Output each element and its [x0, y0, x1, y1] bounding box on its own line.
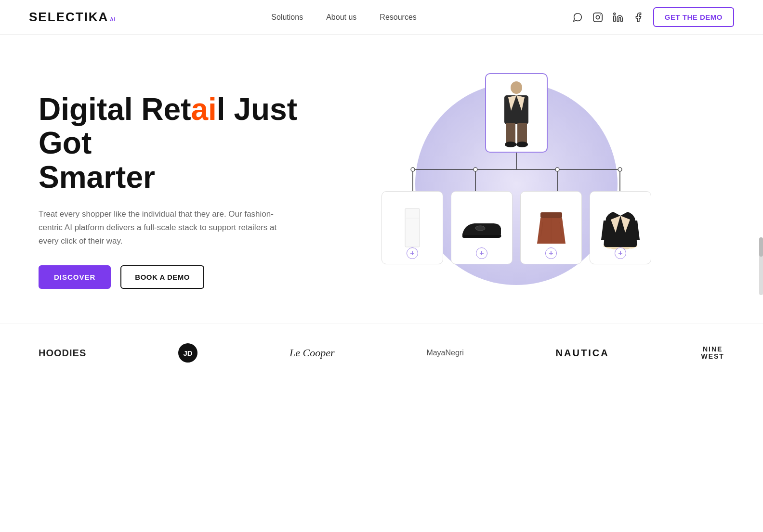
tree-diagram: + + — [382, 73, 651, 264]
nav-item-solutions[interactable]: Solutions — [271, 13, 303, 22]
svg-point-21 — [555, 168, 559, 171]
svg-point-4 — [614, 13, 616, 14]
hero-title-text: Digital Retail Just GotSmarter — [39, 92, 297, 195]
product-card-3: + — [520, 191, 582, 264]
logo[interactable]: SELECTIKAAI — [29, 10, 116, 25]
product-cards-row: + + — [382, 191, 651, 264]
add-btn-2[interactable]: + — [476, 247, 487, 259]
svg-rect-0 — [593, 13, 602, 21]
facebook-icon[interactable] — [633, 12, 644, 23]
product-card-2: + — [451, 191, 513, 264]
nav-right: GET THE DEMO — [572, 7, 734, 27]
top-product-card — [485, 73, 548, 153]
svg-rect-26 — [540, 212, 562, 218]
brands-section: HOODIES JD Le Cooper MayaNegri NAUTICA N… — [0, 324, 763, 382]
svg-rect-9 — [506, 123, 515, 144]
brand-ninewest: NINEWEST — [701, 346, 724, 361]
ai-badge: AI — [110, 17, 116, 22]
scrollbar[interactable] — [759, 237, 763, 295]
whatsapp-icon[interactable] — [572, 12, 583, 23]
svg-point-11 — [505, 142, 516, 147]
brand-nautica: NAUTICA — [556, 348, 609, 359]
hero-buttons: DISCOVER BOOK A DEMO — [39, 265, 308, 289]
svg-rect-6 — [504, 95, 528, 124]
discover-button[interactable]: DISCOVER — [39, 265, 111, 289]
hero-section: Digital Retail Just GotSmarter Treat eve… — [0, 35, 763, 314]
hero-description: Treat every shopper like the individual … — [39, 208, 279, 248]
scroll-thumb[interactable] — [759, 237, 763, 257]
book-demo-button[interactable]: BOOK A DEMO — [120, 265, 204, 289]
hero-left: Digital Retail Just GotSmarter Treat eve… — [39, 64, 308, 289]
nav-item-about[interactable]: About us — [326, 13, 356, 22]
nav-item-resources[interactable]: Resources — [380, 13, 416, 22]
svg-point-2 — [600, 14, 601, 15]
navbar: SELECTIKAAI Solutions About us Resources — [0, 0, 763, 35]
product-card-1: + — [382, 191, 443, 264]
add-btn-4[interactable]: + — [615, 247, 626, 259]
get-demo-button[interactable]: GET THE DEMO — [653, 7, 734, 27]
brand-lecooper: Le Cooper — [289, 347, 335, 359]
hero-right: + + — [308, 64, 724, 295]
add-btn-3[interactable]: + — [545, 247, 557, 259]
svg-point-19 — [411, 168, 415, 171]
svg-point-22 — [618, 168, 622, 171]
svg-rect-3 — [614, 16, 616, 21]
hero-title: Digital Retail Just GotSmarter — [39, 92, 308, 194]
highlight-ai: ai — [191, 92, 216, 127]
nav-links: Solutions About us Resources — [271, 13, 416, 22]
linkedin-icon[interactable] — [613, 12, 623, 23]
instagram-icon[interactable] — [592, 12, 603, 23]
svg-rect-10 — [517, 123, 527, 144]
svg-rect-23 — [405, 208, 420, 247]
person-silhouette-svg — [490, 77, 543, 149]
svg-point-25 — [475, 226, 485, 231]
brand-hoodies: HOODIES — [39, 348, 86, 359]
brand-jd: JD — [178, 343, 197, 363]
svg-point-5 — [511, 81, 522, 94]
svg-point-20 — [474, 168, 477, 171]
add-btn-1[interactable]: + — [407, 247, 418, 259]
brand-mayanegri: MayaNegri — [426, 349, 463, 357]
connector-lines — [382, 153, 651, 191]
svg-point-12 — [516, 142, 528, 147]
product-card-4: + — [590, 191, 651, 264]
svg-point-1 — [596, 15, 599, 19]
